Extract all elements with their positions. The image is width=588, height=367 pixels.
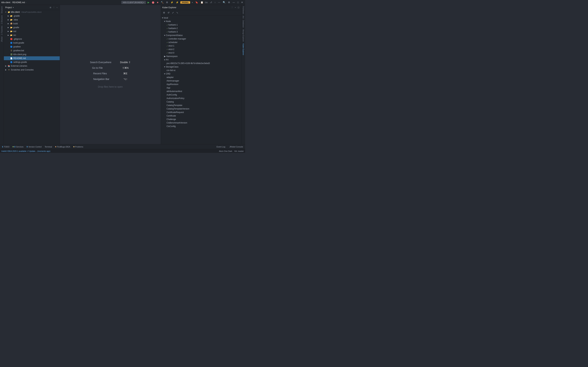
navigation-bar-row[interactable]: Navigation Bar ⌥↑ [93,78,128,81]
kuber-crd-authconfig[interactable]: AuthConfig [161,93,241,97]
problems-tab[interactable]: Problems [72,145,85,149]
tree-item-gradlew[interactable]: 🔵 gradlew [4,45,60,49]
tree-item-gitignore[interactable]: 🔴 .gitignore [4,37,60,41]
git-more-button[interactable]: ⋯ [217,1,221,4]
kuber-crd-attributemanifest[interactable]: attributemanifest [161,90,241,93]
terminal-tab[interactable]: Terminal [43,145,53,149]
kuber-crd-apprevision[interactable]: AppRevision [161,83,241,86]
recent-files-row[interactable]: Recent Files ⌘E [93,72,127,75]
lightning-button[interactable]: ⚡ [170,1,174,4]
favorites-panel-toggle[interactable]: 2: Favorites [0,25,3,35]
kuber-more-button[interactable]: ⋮ [230,6,234,9]
bookmark-button[interactable]: 🔖 [195,1,199,4]
jrebel-panel-toggle[interactable]: JRebel [0,36,3,43]
tree-item-idea[interactable]: ▶ 📂 .idea [4,18,60,22]
kuber-crd-certificate[interactable]: Certificate [161,114,241,117]
kuber-maximize-button[interactable]: □ [237,6,240,9]
kuber-fueltank-2[interactable]: ✓ fueltank-2 [161,27,241,30]
settings-gear-button[interactable]: ⚙ [227,1,231,4]
kuber-namespace-section[interactable]: ▶ Namespace [161,55,241,58]
kuber-etcd-1[interactable]: ✓ etcd-1 [161,44,241,48]
tree-item-root[interactable]: ▾ 📁 k8s-client ~/IdeaProjects/k8s-client [4,10,60,14]
ant-toggle[interactable]: Ant [242,15,245,19]
tree-item-gradle-hidden[interactable]: ▶ 📂 .gradle [4,14,60,18]
run-config-dropdown[interactable]: K8S-CLIENT [RUNIDE] ▾ [121,1,146,4]
git-branch-status[interactable]: Git: master [234,150,244,152]
search-everywhere-row[interactable]: Search Everywhere Double ⇧ [90,61,131,64]
kuber-crd-challenge[interactable]: Challenge [161,117,241,121]
panel-options-button[interactable]: ⋮ [52,6,55,9]
psiviewer-toggle[interactable]: PsiViewer [242,6,245,15]
jrebel-badge[interactable]: JREBEL [180,1,190,4]
debug-button[interactable]: ⬤ [151,1,155,4]
kuber-crd-adapter[interactable]: adapter [161,75,241,79]
collapse-panel-button[interactable]: ⊟ [49,6,52,9]
structure-panel-toggle[interactable]: Structure [0,6,3,14]
run-button[interactable]: ▶ [147,1,150,4]
jrebel-console-tab[interactable]: JRebel Console [228,145,244,149]
git-push-button[interactable]: ↑ [214,1,216,4]
settings-button[interactable]: ⚙ [165,1,169,4]
kuber-csi-rbd[interactable]: csi-rbd-sc [161,69,241,72]
tree-item-k8s-png[interactable]: 🖼 k8s-client.png [4,52,60,56]
kuber-crd-catalogtemplateversion[interactable]: CatalogTemplateVersion [161,107,241,110]
tree-item-src[interactable]: ▶ 📂 src [4,33,60,37]
todo-tab[interactable]: 6 TODO [1,145,11,149]
jrebel-config-button[interactable]: ⚡ [175,1,179,4]
project-name[interactable]: k8s-client [1,1,10,4]
kuber-crd-cisbenchmarkversion[interactable]: CisBenchmarkVersion [161,121,241,125]
kuber-controller-manager[interactable]: ✓ controller-manager [161,37,241,41]
kuber-fueltank-3[interactable]: ✓ fueltank-3 [161,30,241,33]
z-structure-panel-toggle[interactable]: Z-Structure [0,15,3,25]
jrebel-drop-button[interactable]: ▾ [191,1,193,4]
kuber-storageclass-section[interactable]: ▾ StorageClass [161,65,241,69]
close-window-button[interactable]: ✕ [240,1,244,4]
kuber-etcd-0[interactable]: ✓ etcd-0 [161,51,241,55]
close-panel-button[interactable]: − [56,6,58,9]
services-tab[interactable]: 8 Services [11,145,25,149]
project-panel-dropdown[interactable]: ▾ [13,7,14,8]
minimize-window-button[interactable]: — [232,1,235,4]
tree-item-out[interactable]: ▶ 📂 out [4,29,60,33]
kuber-pv-section[interactable]: ▾ PV [161,58,241,62]
kuber-refresh-button[interactable]: ↺ [167,11,170,14]
tree-item-scratches[interactable]: ▶ ✏ Scratches and Consoles [4,68,60,72]
kuber-explorer-toggle[interactable]: Kuber Explorer [242,43,245,56]
kuber-crd-catalog[interactable]: Catalog [161,100,241,104]
kuber-fueltank-1[interactable]: ✓ fueltank-1 [161,23,241,27]
tree-item-build[interactable]: ▶ 📦 build [4,22,60,25]
kuber-node-section[interactable]: ▾ Node [161,20,241,23]
kuber-crd-app[interactable]: App [161,86,241,90]
tree-item-settings-gradle[interactable]: 🔵 settings.gradle [4,60,60,64]
event-log-tab[interactable]: Event Log [215,145,227,149]
file-name[interactable]: README.md [12,1,25,4]
tree-item-external-libs[interactable]: ▶ 📚 External Libraries [4,64,60,68]
tree-item-gradlew-bat[interactable]: 🗒 gradlew.bat [4,49,60,52]
kuber-crd-catalogtemplate[interactable]: CatalogTemplate [161,104,241,107]
kuber-local-section[interactable]: ▾ local [161,16,241,20]
tree-item-build-gradle[interactable]: 🔵 build.gradle [4,41,60,45]
kuber-crd-alertmanager[interactable]: Alertmanager [161,79,241,83]
version-control-tab[interactable]: 9 Version Control [25,145,43,149]
build-button[interactable]: 🔨 [160,1,164,4]
kuber-crd-authorizationpolicy[interactable]: AuthorizationPolicy [161,97,241,100]
git-branch-button[interactable]: ⎇ [209,1,213,4]
kuber-etcd-2[interactable]: ✓ etcd-2 [161,48,241,51]
kuber-scheduler[interactable]: ✓ scheduler [161,41,241,44]
kuber-expand-button[interactable]: ⤢ [171,11,175,14]
kuber-minimize-button[interactable]: − [234,6,237,9]
kuber-crd-certificaterequest[interactable]: CertificateRequest [161,110,241,114]
update-link[interactable]: IntelliJ IDEA 2020.1 available: // Updat… [1,150,50,152]
kuber-collapse-button[interactable]: ⤡ [176,11,179,14]
kuber-crd-cisconfig[interactable]: CisConfig [161,125,241,128]
stop-button[interactable]: ■ [156,1,159,4]
kuber-crd-section[interactable]: ▾ CRD [161,72,241,75]
database-toggle[interactable]: Database [242,19,245,28]
go-to-file-row[interactable]: Go to File ⇧⌘N [92,67,129,69]
mongo-explorer-toggle[interactable]: Mongo Explorer [242,29,245,42]
kuber-pvc[interactable]: pvc-89023c73-28f3-4108-9b7d-b9de2ec0ebd3 [161,62,241,65]
history-button[interactable]: 📋 [200,1,204,4]
maximize-window-button[interactable]: □ [237,1,239,4]
tree-item-readme[interactable]: 📄 README.md [4,56,60,60]
findbugs-tab[interactable]: FindBugs-IDEA [54,145,72,149]
